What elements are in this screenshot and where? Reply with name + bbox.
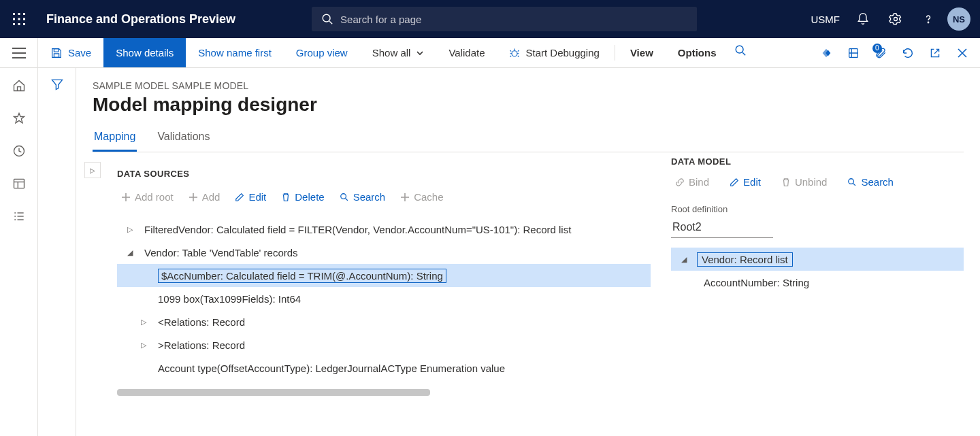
search-icon bbox=[321, 13, 333, 25]
svg-line-10 bbox=[329, 21, 332, 24]
show-details-button[interactable]: Show details bbox=[103, 38, 186, 67]
save-label: Save bbox=[68, 47, 91, 58]
start-debugging-button[interactable]: Start Debugging bbox=[497, 38, 611, 67]
collapse-icon[interactable]: ◢ bbox=[678, 255, 690, 264]
tree-row[interactable]: Account type(OffsetAccountType): LedgerJ… bbox=[117, 356, 651, 380]
search-icon bbox=[340, 192, 349, 202]
view-menu[interactable]: View bbox=[618, 38, 666, 67]
panel-expand-icon[interactable]: ▷ bbox=[84, 162, 101, 178]
svg-rect-3 bbox=[13, 18, 15, 20]
page-title: Model mapping designer bbox=[93, 94, 964, 116]
svg-rect-0 bbox=[13, 13, 15, 15]
edit-button[interactable]: Edit bbox=[231, 188, 270, 205]
show-all-label: Show all bbox=[372, 47, 411, 58]
tree-label: Vendor: Table 'VendTable' records bbox=[144, 247, 298, 258]
attachments-icon[interactable]: 0 bbox=[868, 41, 893, 65]
svg-point-18 bbox=[512, 50, 517, 56]
user-avatar[interactable]: NS bbox=[947, 7, 970, 31]
tab-mapping[interactable]: Mapping bbox=[93, 131, 137, 152]
tree-row[interactable]: ▷FilteredVendor: Calculated field = FILT… bbox=[117, 218, 651, 241]
notifications-icon[interactable] bbox=[849, 5, 877, 33]
svg-rect-17 bbox=[54, 53, 59, 56]
unbind-button[interactable]: Unbind bbox=[777, 173, 832, 190]
expand-icon[interactable]: ▷ bbox=[137, 341, 150, 350]
dm-edit-button[interactable]: Edit bbox=[725, 173, 765, 190]
chevron-down-icon bbox=[416, 49, 424, 57]
recent-icon[interactable] bbox=[11, 143, 27, 159]
svg-point-12 bbox=[928, 22, 928, 22]
home-icon[interactable] bbox=[11, 78, 27, 94]
group-view-button[interactable]: Group view bbox=[284, 38, 360, 67]
validate-button[interactable]: Validate bbox=[436, 38, 497, 67]
save-button[interactable]: Save bbox=[38, 38, 103, 67]
tree-row-selected[interactable]: $AccNumber: Calculated field = TRIM(@.Ac… bbox=[117, 264, 651, 287]
root-definition-label: Root definition bbox=[671, 204, 964, 214]
tree-label: <Relations: Record bbox=[158, 316, 245, 328]
close-icon[interactable] bbox=[950, 41, 975, 65]
show-name-first-button[interactable]: Show name first bbox=[186, 38, 284, 67]
tree-row[interactable]: ▷<Relations: Record bbox=[117, 310, 651, 333]
svg-point-38 bbox=[340, 193, 346, 199]
edit-icon bbox=[730, 178, 739, 187]
options-menu[interactable]: Options bbox=[666, 38, 729, 67]
favorites-icon[interactable] bbox=[11, 110, 27, 127]
global-search-input[interactable] bbox=[340, 14, 687, 25]
add-root-button[interactable]: Add root bbox=[117, 188, 178, 205]
datamodel-heading: DATA MODEL bbox=[671, 156, 964, 167]
add-button[interactable]: Add bbox=[184, 188, 225, 205]
save-icon bbox=[50, 47, 63, 59]
powerapps-icon[interactable] bbox=[814, 41, 838, 65]
start-debugging-label: Start Debugging bbox=[525, 47, 599, 58]
cache-label: Cache bbox=[414, 191, 443, 203]
filter-icon[interactable] bbox=[50, 78, 64, 436]
help-icon[interactable] bbox=[915, 5, 942, 33]
svg-rect-5 bbox=[23, 18, 25, 20]
search-icon bbox=[847, 178, 857, 187]
expand-icon[interactable]: ▷ bbox=[124, 225, 136, 234]
popout-icon[interactable] bbox=[923, 41, 947, 65]
delete-button[interactable]: Delete bbox=[277, 188, 328, 205]
svg-point-19 bbox=[736, 46, 744, 53]
legal-entity[interactable]: USMF bbox=[811, 14, 840, 25]
global-search[interactable] bbox=[312, 7, 697, 31]
bind-label: Bind bbox=[689, 176, 709, 188]
tree-label: >Relations: Record bbox=[158, 339, 245, 351]
app-launcher-icon[interactable] bbox=[0, 0, 38, 38]
app-title: Finance and Operations Preview bbox=[46, 12, 235, 27]
edit-icon bbox=[235, 192, 244, 202]
settings-icon[interactable] bbox=[882, 5, 909, 33]
root-definition-value[interactable]: Root2 bbox=[671, 217, 773, 238]
plus-icon bbox=[121, 192, 131, 202]
svg-rect-8 bbox=[23, 23, 25, 25]
bind-button[interactable]: Bind bbox=[671, 173, 713, 190]
breadcrumb: SAMPLE MODEL SAMPLE MODEL bbox=[93, 80, 964, 91]
search-button[interactable]: Search bbox=[336, 188, 390, 205]
svg-rect-6 bbox=[13, 23, 15, 25]
svg-point-11 bbox=[894, 18, 898, 21]
dm-tree-row[interactable]: AccountNumber: String bbox=[671, 271, 964, 294]
cache-button[interactable]: Cache bbox=[396, 188, 447, 205]
expand-icon[interactable]: ▷ bbox=[137, 318, 150, 326]
tree-row[interactable]: ▷>Relations: Record bbox=[117, 333, 651, 356]
office-addin-icon[interactable] bbox=[841, 41, 866, 65]
tree-label: $AccNumber: Calculated field = TRIM(@.Ac… bbox=[158, 269, 446, 283]
workspaces-icon[interactable] bbox=[11, 175, 27, 192]
horizontal-scrollbar[interactable] bbox=[117, 389, 430, 396]
tree-row[interactable]: 1099 box(Tax1099Fields): Int64 bbox=[117, 287, 651, 310]
nav-toggle-icon[interactable] bbox=[0, 38, 38, 67]
tab-validations[interactable]: Validations bbox=[156, 131, 211, 152]
collapse-icon[interactable]: ◢ bbox=[124, 248, 136, 257]
show-all-dropdown[interactable]: Show all bbox=[360, 38, 437, 67]
dm-search-button[interactable]: Search bbox=[843, 173, 898, 190]
tree-row[interactable]: ◢Vendor: Table 'VendTable' records bbox=[117, 241, 651, 264]
refresh-icon[interactable] bbox=[896, 41, 920, 65]
dm-tree-row-selected[interactable]: ◢Vendor: Record list bbox=[671, 248, 964, 271]
svg-line-39 bbox=[345, 198, 347, 200]
page-search-icon[interactable] bbox=[728, 38, 753, 63]
delete-icon bbox=[781, 178, 791, 187]
attachments-count: 0 bbox=[872, 44, 882, 53]
delete-icon bbox=[281, 192, 291, 202]
svg-rect-25 bbox=[14, 179, 24, 188]
tree-label: 1099 box(Tax1099Fields): Int64 bbox=[158, 293, 301, 305]
modules-icon[interactable] bbox=[11, 208, 27, 224]
